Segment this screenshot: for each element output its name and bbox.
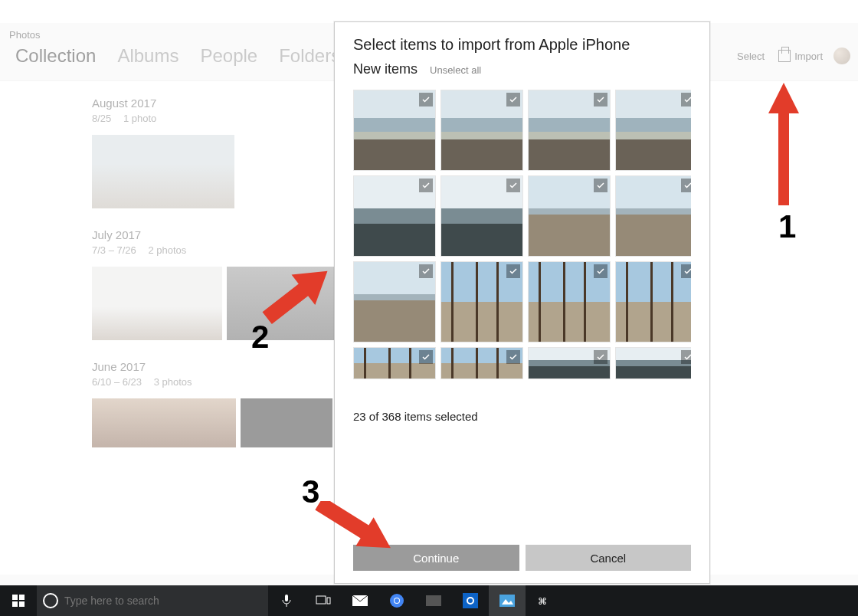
month-date-range: 8/25 (92, 113, 111, 124)
thumbnail-checkbox[interactable] (681, 264, 691, 278)
import-thumbnail[interactable] (440, 261, 523, 342)
month-photo-count: 2 photos (148, 244, 186, 256)
svg-rect-6 (316, 596, 326, 604)
svg-rect-4 (285, 595, 288, 601)
select-button-label: Select (737, 51, 765, 62)
import-thumbnail[interactable] (528, 347, 611, 379)
month-date-range: 7/3 – 7/26 (92, 244, 136, 256)
import-modal: Select items to import from Apple iPhone… (334, 21, 710, 584)
import-thumbnail[interactable] (528, 175, 611, 257)
user-avatar[interactable] (833, 48, 850, 64)
cancel-button[interactable]: Cancel (526, 545, 692, 571)
annotation-arrow-1 (765, 83, 803, 213)
thumbnail-checkbox[interactable] (594, 350, 607, 364)
import-thumbnail[interactable] (615, 347, 691, 379)
tab-albums[interactable]: Albums (117, 45, 178, 67)
svg-point-11 (395, 598, 399, 603)
month-photo-count: 3 photos (154, 376, 192, 388)
import-thumbnail[interactable] (353, 347, 436, 379)
microphone-icon[interactable] (268, 585, 305, 616)
thumbnail-checkbox[interactable] (681, 350, 691, 364)
import-thumbnail[interactable] (615, 175, 691, 257)
import-button[interactable]: Import (778, 50, 823, 62)
modal-subtitle: New items (353, 61, 418, 77)
taskbar-search[interactable] (37, 585, 268, 616)
annotation-number-2: 2 (251, 319, 269, 356)
svg-rect-3 (19, 601, 25, 607)
svg-rect-12 (426, 595, 441, 606)
thumbnail-checkbox[interactable] (594, 264, 607, 278)
windows-taskbar: ⌘ (0, 585, 858, 616)
import-thumbnail[interactable] (440, 347, 523, 379)
svg-marker-20 (311, 501, 400, 562)
import-thumbnail[interactable] (440, 175, 523, 257)
svg-rect-2 (12, 601, 18, 607)
svg-rect-0 (12, 595, 18, 600)
import-thumbnail[interactable] (353, 90, 436, 171)
taskbar-app-generic-2[interactable]: ⌘ (526, 585, 562, 616)
search-input[interactable] (64, 595, 262, 607)
taskbar-app-settings[interactable] (452, 585, 489, 616)
modal-title: Select items to import from Apple iPhone (353, 36, 691, 54)
taskbar-app-photos[interactable] (489, 585, 526, 616)
annotation-arrow-3 (311, 501, 418, 578)
import-thumbnail[interactable] (528, 90, 611, 171)
tab-collection[interactable]: Collection (15, 45, 96, 67)
photo-thumbnail[interactable] (92, 135, 234, 208)
selected-count-text: 23 of 368 items selected (353, 410, 691, 423)
thumbnail-checkbox[interactable] (506, 179, 520, 192)
import-thumbnail[interactable] (615, 261, 691, 342)
month-photo-count: 1 photo (123, 113, 156, 124)
thumbnail-checkbox[interactable] (506, 350, 520, 364)
svg-marker-19 (260, 256, 339, 333)
annotation-arrow-2 (260, 245, 368, 345)
thumbnail-checkbox[interactable] (419, 264, 433, 278)
svg-marker-18 (768, 83, 799, 205)
annotation-number-1: 1 (778, 208, 796, 245)
svg-rect-7 (327, 598, 330, 604)
task-view-icon[interactable] (305, 585, 342, 616)
import-thumbnail[interactable] (440, 90, 523, 171)
import-thumbnail[interactable] (615, 90, 691, 171)
thumbnail-checkbox[interactable] (594, 93, 607, 106)
taskbar-app-mail[interactable] (342, 585, 378, 616)
import-thumbnail[interactable] (528, 261, 611, 342)
month-date-range: 6/10 – 6/23 (92, 376, 142, 388)
thumbnail-checkbox[interactable] (419, 179, 433, 192)
photo-thumbnail[interactable] (92, 398, 236, 447)
tab-people[interactable]: People (200, 45, 257, 67)
photo-thumbnail[interactable] (92, 267, 222, 340)
svg-rect-1 (19, 595, 25, 600)
select-button[interactable]: Select (737, 51, 765, 62)
import-icon (778, 50, 791, 62)
svg-rect-15 (499, 595, 515, 607)
import-button-label: Import (794, 51, 823, 62)
import-grid (353, 85, 691, 399)
annotation-number-3: 3 (302, 473, 319, 510)
thumbnail-checkbox[interactable] (681, 93, 691, 106)
thumbnail-checkbox[interactable] (506, 264, 520, 278)
taskbar-app-generic[interactable] (415, 585, 452, 616)
cortana-icon (43, 593, 58, 608)
svg-text:⌘: ⌘ (538, 596, 547, 607)
thumbnail-checkbox[interactable] (594, 179, 607, 192)
tab-folders[interactable]: Folders (279, 45, 340, 67)
start-button[interactable] (0, 585, 37, 616)
thumbnail-checkbox[interactable] (419, 350, 433, 364)
unselect-all-link[interactable]: Unselect all (430, 64, 481, 76)
photo-thumbnail[interactable] (241, 398, 332, 447)
svg-rect-13 (463, 593, 478, 608)
thumbnail-checkbox[interactable] (681, 179, 691, 192)
thumbnail-checkbox[interactable] (506, 93, 520, 106)
taskbar-app-chrome[interactable] (378, 585, 415, 616)
thumbnail-checkbox[interactable] (419, 93, 433, 106)
